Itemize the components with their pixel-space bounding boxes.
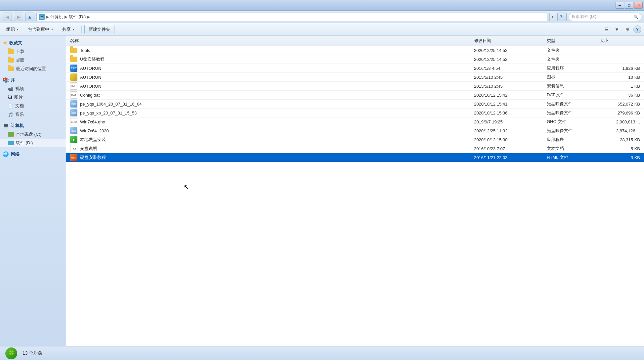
status-count: 13 个对象 xyxy=(22,350,43,356)
computer-icon: 💻 xyxy=(3,123,9,129)
table-row[interactable]: ISOpe_yqs_xp_20_07_31_15_532020/10/12 15… xyxy=(66,109,644,117)
table-row[interactable]: DATConfig.dat2020/10/12 15:42DAT 文件36 KB xyxy=(66,91,644,100)
download-folder-icon xyxy=(8,49,14,54)
file-icon-wrapper: GHO xyxy=(70,119,77,125)
close-button[interactable]: ✕ xyxy=(634,2,643,9)
col-name[interactable]: 名称 xyxy=(69,38,473,44)
table-row[interactable]: Tools2020/12/25 14:52文件夹 xyxy=(66,46,644,55)
sidebar-item-recent[interactable]: 最近访问的位置 xyxy=(0,65,66,73)
help-button[interactable]: ? xyxy=(633,25,641,33)
preview-button[interactable]: ⊞ xyxy=(623,25,632,34)
picture-icon: 🖼 xyxy=(8,95,12,100)
file-name-cell: GHOWin7x64.gho xyxy=(69,119,473,125)
file-icon-wrapper: ISO xyxy=(70,128,77,134)
main-area: ★ 收藏夹 下载 桌面 最近访问的位置 📚 库 📹 xyxy=(0,36,644,346)
file-modified: 2020/10/12 15:36 xyxy=(473,111,545,115)
file-icon-wrapper xyxy=(70,56,77,62)
file-type: GHO 文件 xyxy=(545,119,598,125)
sidebar-item-drive-d[interactable]: 软件 (D:) xyxy=(0,139,66,147)
view-button[interactable]: ☰ xyxy=(602,25,611,34)
network-section: 🌐 网络 xyxy=(0,150,66,158)
sidebar-item-video[interactable]: 📹 视频 xyxy=(0,84,66,93)
favorites-section: ★ 收藏夹 下载 桌面 最近访问的位置 xyxy=(0,38,66,73)
library-arrow: ▼ xyxy=(51,28,54,31)
maximize-button[interactable]: □ xyxy=(625,2,633,9)
table-row[interactable]: ISOWin7x64_20202020/12/25 11:32光盘映像文件3,8… xyxy=(66,126,644,135)
file-type: 光盘映像文件 xyxy=(545,128,598,134)
path-drive[interactable]: 软件 (D:) xyxy=(69,14,86,20)
col-modified[interactable]: 修改日期 xyxy=(473,38,545,44)
file-modified: 2020/12/25 14:52 xyxy=(473,48,545,53)
window-controls: ─ □ ✕ xyxy=(616,2,643,9)
file-name: 本地硬盘安装 xyxy=(80,137,106,143)
sidebar-item-download[interactable]: 下载 xyxy=(0,47,66,56)
file-name: Win7x64.gho xyxy=(80,119,105,124)
search-placeholder: 搜索 软件 (D:) xyxy=(572,14,596,20)
toolbar: 组织 ▼ 包含到库中 ▼ 共享 ▼ 新建文件夹 ☰ ▼ ⊞ ? xyxy=(0,23,644,36)
view-button2[interactable]: ▼ xyxy=(612,25,622,34)
file-size: 36 KB xyxy=(598,93,641,98)
back-button[interactable]: ◀ xyxy=(3,13,12,21)
file-size: 279,696 KB xyxy=(598,111,641,115)
file-name: Tools xyxy=(80,48,90,53)
table-row[interactable]: ▶本地硬盘安装2020/10/12 15:30应用程序28,315 KB xyxy=(66,135,644,144)
file-name: pe_yqs_xp_20_07_31_15_53 xyxy=(80,111,137,115)
share-arrow: ▼ xyxy=(72,28,75,31)
title-bar: ─ □ ✕ xyxy=(0,0,644,11)
sidebar-item-desktop[interactable]: 桌面 xyxy=(0,56,66,65)
network-header: 🌐 网络 xyxy=(0,150,66,158)
sidebar-item-document[interactable]: 📄 文档 xyxy=(0,102,66,110)
file-icon-wrapper: ISO xyxy=(70,101,77,107)
sidebar-item-music[interactable]: 🎵 音乐 xyxy=(0,110,66,119)
organize-arrow: ▼ xyxy=(16,28,19,31)
file-name-cell: AUTORUN xyxy=(69,74,473,80)
address-bar: ◀ ▶ ▲ 💻 ▶ 计算机 ▶ 软件 (D:) ▶ ▼ ↻ 搜索 软件 (D:)… xyxy=(0,11,644,23)
file-modified: 2016/10/23 7:07 xyxy=(473,146,545,151)
include-library-button[interactable]: 包含到库中 ▼ xyxy=(24,25,57,34)
network-section-icon: 🌐 xyxy=(3,151,9,157)
address-path[interactable]: 💻 ▶ 计算机 ▶ 软件 (D:) ▶ xyxy=(36,13,547,21)
file-type: HTML 文档 xyxy=(545,155,598,160)
path-computer[interactable]: 计算机 xyxy=(50,14,63,20)
file-name: pe_yqs_1064_20_07_31_16_04 xyxy=(80,102,142,107)
file-size: 3,874,126 ... xyxy=(598,128,641,133)
sidebar-item-picture[interactable]: 🖼 图片 xyxy=(0,93,66,102)
sep3: ▶ xyxy=(87,15,90,19)
sidebar-item-drive-c[interactable]: 本地磁盘 (C:) xyxy=(0,130,66,139)
search-box[interactable]: 搜索 软件 (D:) 🔍 xyxy=(569,13,641,21)
table-row[interactable]: U盘安装教程2020/12/25 14:52文件夹 xyxy=(66,55,644,64)
minimize-button[interactable]: ─ xyxy=(616,2,624,9)
organize-button[interactable]: 组织 ▼ xyxy=(3,25,23,34)
col-size[interactable]: 大小 xyxy=(598,38,641,44)
library-icon: 📚 xyxy=(3,77,9,83)
table-row[interactable]: INFAUTORUN2015/5/10 2:45安装信息1 KB xyxy=(66,82,644,91)
library-section: 📚 库 📹 视频 🖼 图片 📄 文档 🎵 音乐 xyxy=(0,76,66,119)
file-icon-wrapper xyxy=(70,47,77,53)
file-name: 硬盘安装教程 xyxy=(80,155,106,160)
ico-icon xyxy=(70,73,77,81)
exe-icon: EXE xyxy=(70,65,77,72)
refresh-button[interactable]: ↻ xyxy=(557,13,567,21)
file-name: U盘安装教程 xyxy=(80,56,105,62)
table-row[interactable]: HTM硬盘安装教程2016/11/21 22:03HTML 文档3 KB xyxy=(66,153,644,162)
file-modified: 2020/12/25 14:52 xyxy=(473,57,545,62)
file-area: 名称 修改日期 类型 大小 Tools2020/12/25 14:52文件夹U盘… xyxy=(66,36,644,346)
file-type: 应用程序 xyxy=(545,65,598,71)
dat-icon: DAT xyxy=(70,91,77,99)
forward-button[interactable]: ▶ xyxy=(14,13,23,21)
table-row[interactable]: AUTORUN2015/5/10 2:45图标10 KB xyxy=(66,73,644,82)
table-row[interactable]: GHOWin7x64.gho2019/9/7 19:25GHO 文件2,900,… xyxy=(66,117,644,126)
new-folder-button[interactable]: 新建文件夹 xyxy=(84,25,114,34)
toolbar-sep xyxy=(81,26,82,33)
col-type[interactable]: 类型 xyxy=(545,38,598,44)
file-modified: 2020/10/12 15:42 xyxy=(473,93,545,98)
address-dropdown[interactable]: ▼ xyxy=(549,13,555,21)
table-row[interactable]: ISOpe_yqs_1064_20_07_31_16_042020/10/12 … xyxy=(66,100,644,109)
file-name-cell: ISOpe_yqs_xp_20_07_31_15_53 xyxy=(69,110,473,116)
share-button[interactable]: 共享 ▼ xyxy=(59,25,79,34)
up-button[interactable]: ▲ xyxy=(25,13,34,21)
txt-icon: TXT xyxy=(70,145,77,152)
table-row[interactable]: TXT光盘说明2016/10/23 7:07文本文档5 KB xyxy=(66,144,644,153)
table-row[interactable]: EXEAUTORUN2016/1/8 4:54应用程序1,926 KB xyxy=(66,64,644,73)
file-icon-wrapper: TXT xyxy=(70,146,77,152)
